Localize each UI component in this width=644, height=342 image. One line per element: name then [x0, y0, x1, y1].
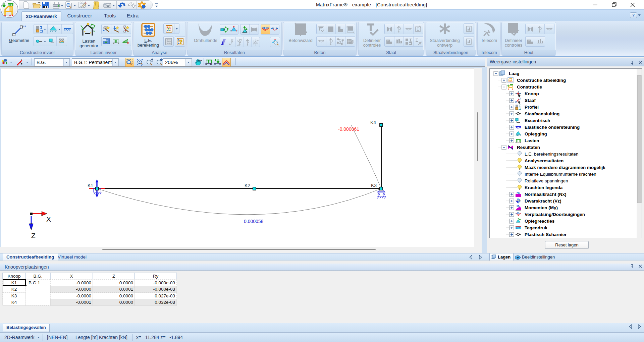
svg-text:-0.0001: -0.0001	[76, 300, 91, 305]
svg-text:Lasten: Lasten	[525, 138, 539, 143]
svg-text:Plastisch Scharnier: Plastisch Scharnier	[525, 232, 567, 237]
svg-text:-0.0000: -0.0000	[76, 280, 91, 285]
svg-text:Oplegging: Oplegging	[525, 131, 547, 136]
svg-text:K4: K4	[11, 300, 17, 305]
svg-text:0.0000: 0.0000	[119, 300, 133, 305]
svg-text:Elastische ondersteuning: Elastische ondersteuning	[525, 125, 580, 130]
svg-text:Excentrisch: Excentrisch	[525, 118, 550, 123]
svg-text:?: ?	[179, 39, 182, 45]
svg-text:-0.0000: -0.0000	[76, 293, 91, 298]
svg-text:Constructie: Constructie	[517, 84, 542, 90]
svg-text:K4: K4	[370, 120, 376, 125]
svg-text:0.027e-03: 0.027e-03	[155, 293, 175, 298]
svg-text:-0.0000: -0.0000	[76, 287, 91, 292]
svg-text:Tegendruk: Tegendruk	[525, 225, 547, 230]
svg-text:K1: K1	[11, 280, 17, 285]
svg-text:X: X	[46, 215, 51, 223]
svg-text:0.0001: 0.0001	[119, 287, 133, 292]
svg-text:Resultaten: Resultaten	[517, 145, 540, 150]
svg-text:Verplaatsing/Doorbuigingen: Verplaatsing/Doorbuigingen	[525, 212, 585, 217]
svg-text:Staaf: Staaf	[525, 98, 536, 103]
svg-text:Maak meerdere diagrammen mogel: Maak meerdere diagrammen mogelijk	[525, 165, 605, 170]
svg-text:Oplegreacties: Oplegreacties	[525, 219, 554, 224]
svg-text:Constructie afbeelding: Constructie afbeelding	[517, 78, 566, 83]
svg-text:K2: K2	[245, 183, 250, 188]
svg-text:0.000058: 0.000058	[244, 219, 264, 224]
svg-text:X: X	[70, 274, 73, 279]
svg-text:Normaalkracht (Nx): Normaalkracht (Nx)	[525, 192, 567, 197]
svg-text:Relatieve spanningen: Relatieve spanningen	[525, 178, 568, 183]
svg-text:B.G.: B.G.	[33, 274, 42, 279]
svg-text:K3: K3	[371, 183, 377, 188]
svg-text:Analyseresultaten: Analyseresultaten	[525, 158, 564, 163]
svg-text:-0.000061: -0.000061	[338, 126, 359, 132]
svg-text:Staafaansluiting: Staafaansluiting	[525, 111, 559, 116]
svg-text:Ry: Ry	[153, 274, 159, 279]
svg-text:Profiel: Profiel	[525, 105, 539, 110]
svg-text:B.G.1: B.G.1	[29, 280, 40, 285]
svg-text:K2: K2	[11, 287, 17, 292]
svg-text:K1: K1	[88, 183, 93, 188]
svg-text:0.032e-03: 0.032e-03	[155, 300, 175, 305]
svg-text:Z: Z	[31, 232, 36, 239]
svg-text:Z: Z	[112, 274, 115, 279]
svg-text:Knoop: Knoop	[525, 91, 539, 96]
svg-text:0.0000: 0.0000	[119, 293, 133, 298]
svg-text:L.E. berekeningsresultaten: L.E. berekeningsresultaten	[525, 152, 579, 157]
svg-text:-0.000e-03: -0.000e-03	[153, 280, 175, 285]
svg-text:Nx: Nx	[517, 191, 520, 194]
svg-text:0.0000: 0.0000	[119, 280, 133, 285]
svg-text:Krachten legenda: Krachten legenda	[525, 185, 563, 190]
svg-text:Knoop: Knoop	[7, 274, 20, 279]
svg-text:Interne Equilibrium\Interne kr: Interne Equilibrium\Interne krachten	[525, 172, 596, 177]
svg-text:Laag: Laag	[509, 71, 520, 76]
svg-text:Momenten (My): Momenten (My)	[525, 205, 558, 210]
svg-text:-0.000e-03: -0.000e-03	[153, 287, 175, 292]
svg-text:Dwarskracht (Vz): Dwarskracht (Vz)	[525, 198, 561, 204]
svg-text:K3: K3	[11, 293, 17, 298]
